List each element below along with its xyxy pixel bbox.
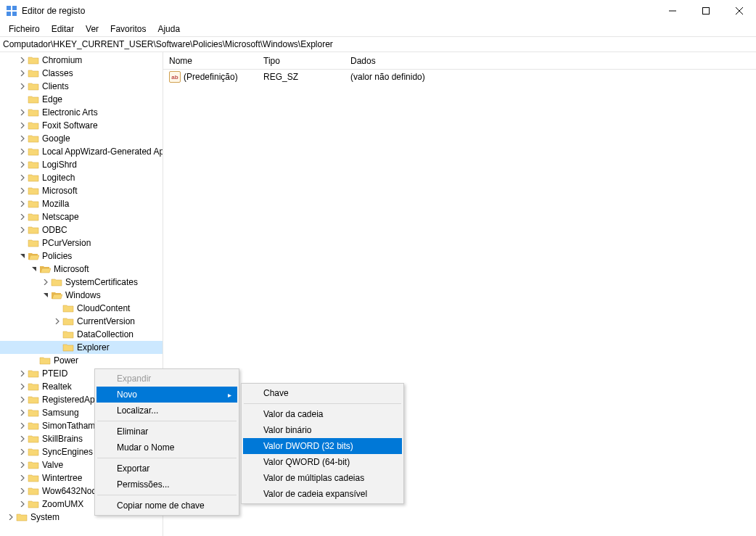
tree-item[interactable]: Classes	[0, 67, 163, 80]
menu-item[interactable]: Copiar nome de chave	[96, 498, 237, 514]
menu-file[interactable]: Ficheiro	[3, 22, 46, 36]
expand-icon[interactable]	[17, 55, 28, 65]
tree-item-label: Windows	[65, 290, 101, 300]
expand-icon[interactable]	[17, 434, 28, 444]
minimize-button[interactable]	[656, 0, 689, 22]
tree-item[interactable]: Clients	[0, 80, 163, 93]
expand-icon[interactable]	[17, 81, 28, 91]
menu-item[interactable]: Exportar	[96, 461, 237, 477]
expand-icon[interactable]	[17, 133, 28, 144]
tree-item[interactable]: Edge	[0, 93, 163, 106]
menu-item[interactable]: Valor QWORD (64-bit)	[243, 454, 402, 470]
tree-item[interactable]: Microsoft	[0, 263, 163, 276]
folder-icon	[28, 486, 39, 496]
context-menu[interactable]: ExpandirNovo▸Localizar...EliminarMudar o…	[94, 368, 239, 516]
tree-item[interactable]: Foxit Software	[0, 119, 163, 132]
tree-item[interactable]: Chromium	[0, 54, 163, 67]
menu-item[interactable]: Localizar...	[96, 403, 237, 419]
tree-item[interactable]: Microsoft	[0, 184, 163, 197]
expand-icon[interactable]	[17, 499, 28, 509]
tree-item[interactable]: Logitech	[0, 171, 163, 184]
menu-edit[interactable]: Editar	[46, 22, 80, 36]
menu-item-label: Valor de múltiplas cadeias	[263, 473, 364, 483]
expand-icon[interactable]	[17, 68, 28, 78]
expand-icon[interactable]	[17, 186, 28, 196]
menu-item[interactable]: Mudar o Nome	[96, 440, 237, 455]
expand-icon[interactable]	[17, 107, 28, 117]
svg-rect-5	[703, 8, 710, 15]
menu-separator	[97, 421, 237, 421]
expand-icon[interactable]	[17, 447, 28, 457]
menu-item[interactable]: Valor de múltiplas cadeias	[243, 470, 402, 486]
close-button[interactable]	[723, 0, 756, 22]
tree-item-label: Classes	[42, 68, 73, 78]
expand-icon[interactable]	[17, 147, 28, 157]
menu-view[interactable]: Ver	[80, 22, 104, 36]
tree-item[interactable]: Power	[0, 354, 163, 367]
expand-icon[interactable]	[17, 395, 28, 405]
tree-item-label: Mozilla	[42, 199, 69, 209]
expand-icon[interactable]	[17, 173, 28, 183]
folder-icon	[39, 355, 51, 366]
tree-item[interactable]: CloudContent	[0, 302, 163, 315]
tree-item[interactable]: PCurVersion	[0, 236, 163, 250]
collapse-icon[interactable]	[41, 290, 51, 300]
collapse-icon[interactable]	[17, 251, 28, 261]
tree-item[interactable]: ODBC	[0, 223, 163, 236]
tree-item[interactable]: Mozilla	[0, 197, 163, 210]
expand-icon[interactable]	[6, 512, 16, 522]
svg-rect-3	[12, 12, 17, 16]
menu-item[interactable]: Valor de cadeia expansível	[243, 486, 402, 502]
tree-item[interactable]: Local AppWizard-Generated Applications	[0, 145, 163, 158]
tree-item[interactable]: DataCollection	[0, 328, 163, 341]
tree-item[interactable]: Netscape	[0, 210, 163, 223]
tree-item[interactable]: CurrentVersion	[0, 315, 163, 328]
menu-item[interactable]: Valor binário	[243, 422, 402, 438]
expand-icon[interactable]	[17, 120, 28, 131]
tree-item[interactable]: Google	[0, 132, 163, 145]
expand-icon[interactable]	[17, 225, 28, 235]
expand-icon[interactable]	[17, 368, 28, 379]
expand-icon[interactable]	[17, 199, 28, 209]
expand-icon[interactable]	[17, 460, 28, 470]
expand-icon[interactable]	[17, 212, 28, 222]
collapse-icon[interactable]	[29, 264, 39, 274]
menu-favorites[interactable]: Favoritos	[104, 22, 152, 36]
menu-item[interactable]: Valor da cadeia	[243, 406, 402, 422]
expand-icon[interactable]	[17, 382, 28, 392]
tree-item-label: Microsoft	[42, 186, 78, 196]
menu-help[interactable]: Ajuda	[152, 22, 186, 36]
expand-icon[interactable]	[17, 473, 28, 483]
folder-open-icon	[28, 251, 39, 261]
tree-item-label: Foxit Software	[42, 120, 98, 131]
expand-icon[interactable]	[52, 316, 62, 326]
tree-item[interactable]: SystemCertificates	[0, 276, 163, 289]
value-data: (valor não definido)	[345, 72, 756, 82]
folder-icon	[28, 225, 39, 235]
expand-icon[interactable]	[17, 421, 28, 431]
expand-icon[interactable]	[17, 408, 28, 418]
menu-item[interactable]: Novo▸	[96, 387, 237, 403]
expand-icon[interactable]	[17, 486, 28, 496]
tree-item[interactable]: Explorer	[0, 341, 163, 354]
title-bar: Editor de registo	[0, 0, 756, 22]
address-bar[interactable]: Computador\HKEY_CURRENT_USER\Software\Po…	[0, 36, 756, 52]
tree-item[interactable]: Windows	[0, 289, 163, 302]
tree-item[interactable]: Policies	[0, 250, 163, 263]
col-header-type[interactable]: Tipo	[258, 56, 345, 66]
tree-item[interactable]: LogiShrd	[0, 158, 163, 171]
context-submenu-new[interactable]: ChaveValor da cadeiaValor binárioValor D…	[241, 383, 404, 504]
menu-item[interactable]: Valor DWORD (32 bits)	[243, 438, 402, 454]
menu-item[interactable]: Eliminar	[96, 424, 237, 440]
tree-item[interactable]: Electronic Arts	[0, 106, 163, 119]
expand-icon[interactable]	[41, 277, 51, 287]
col-header-data[interactable]: Dados	[345, 56, 756, 66]
expand-icon[interactable]	[17, 160, 28, 170]
svg-rect-0	[7, 6, 11, 10]
col-header-name[interactable]: Nome	[163, 56, 258, 66]
menu-item[interactable]: Permissões...	[96, 477, 237, 492]
tree-item-label: Google	[42, 133, 70, 144]
list-row[interactable]: ab(Predefinição)REG_SZ(valor não definid…	[163, 70, 756, 84]
menu-item[interactable]: Chave	[243, 385, 402, 401]
maximize-button[interactable]	[689, 0, 723, 22]
